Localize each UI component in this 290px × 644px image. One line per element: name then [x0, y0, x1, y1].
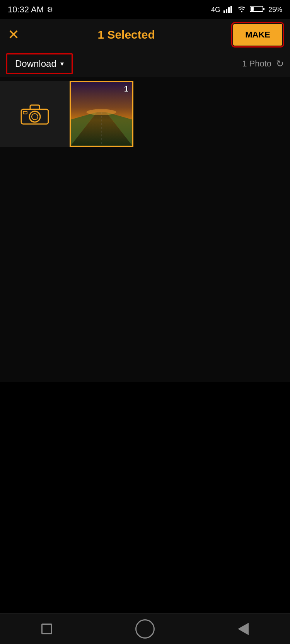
square-icon — [41, 624, 52, 634]
svg-point-17 — [86, 109, 116, 115]
top-bar: ✕ 1 Selected MAKE — [0, 19, 290, 50]
recent-apps-button[interactable] — [41, 624, 52, 634]
download-label: Download — [15, 58, 56, 69]
wifi-icon — [237, 5, 247, 15]
photo-count-area: 1 Photo ↻ — [242, 58, 284, 69]
road-overlay — [71, 82, 132, 146]
circle-icon — [135, 619, 155, 639]
photo-item[interactable]: 1 — [70, 81, 133, 147]
battery-icon — [250, 5, 265, 15]
svg-rect-0 — [223, 10, 225, 13]
svg-point-9 — [29, 111, 40, 122]
svg-rect-7 — [251, 7, 254, 11]
status-icons-area: 4G 25% — [211, 5, 282, 15]
svg-rect-3 — [230, 6, 232, 13]
download-button[interactable]: Download ▾ — [6, 53, 73, 74]
photo-thumbnail — [71, 82, 132, 146]
empty-space — [0, 382, 290, 613]
bottom-nav — [0, 613, 290, 644]
time-display: 10:32 AM — [8, 5, 44, 15]
svg-rect-1 — [226, 9, 227, 13]
status-time-area: 10:32 AM ⚙ — [8, 5, 53, 15]
triangle-icon — [238, 623, 249, 635]
gear-icon: ⚙ — [47, 5, 53, 14]
svg-point-4 — [241, 11, 242, 12]
camera-icon — [19, 102, 50, 126]
svg-rect-11 — [23, 111, 27, 114]
content-area: 1 — [0, 77, 290, 382]
svg-point-10 — [32, 114, 38, 120]
close-button[interactable]: ✕ — [8, 27, 19, 43]
action-bar: Download ▾ 1 Photo ↻ — [0, 50, 290, 77]
camera-section — [0, 81, 70, 147]
network-label: 4G — [211, 6, 220, 14]
selected-title: 1 Selected — [19, 28, 233, 41]
chevron-down-icon: ▾ — [60, 59, 64, 68]
make-button[interactable]: MAKE — [233, 24, 282, 46]
home-button[interactable] — [135, 619, 155, 639]
photo-count-label: 1 Photo — [242, 59, 271, 69]
battery-percent: 25% — [268, 6, 282, 14]
back-button[interactable] — [238, 623, 249, 635]
photo-number: 1 — [124, 85, 128, 93]
svg-rect-2 — [228, 7, 230, 13]
svg-rect-6 — [263, 8, 264, 10]
status-bar: 10:32 AM ⚙ 4G — [0, 0, 290, 19]
signal-icon — [223, 5, 234, 15]
refresh-icon[interactable]: ↻ — [276, 58, 284, 69]
